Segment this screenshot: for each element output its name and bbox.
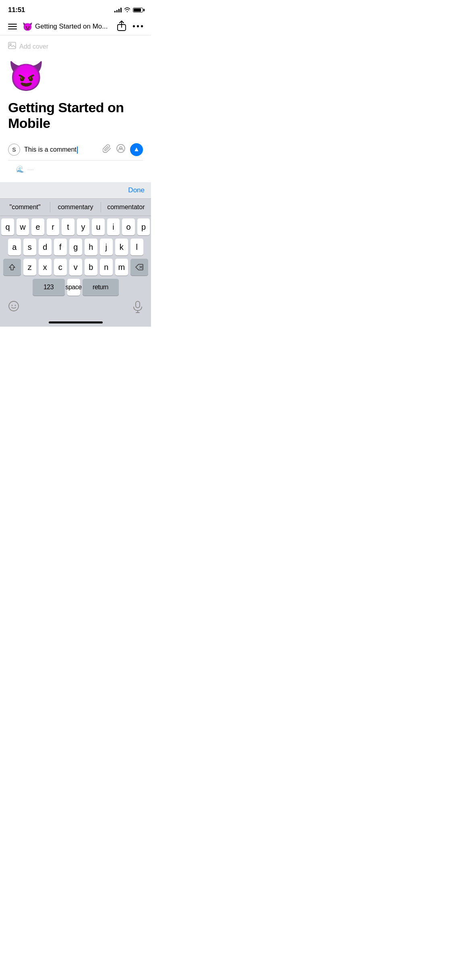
key-e[interactable]: e — [31, 218, 44, 235]
delete-key[interactable] — [130, 259, 148, 276]
status-bar: 11:51 — [0, 0, 151, 18]
below-text: ···· — [27, 166, 34, 173]
keyboard-toolbar: Done — [0, 182, 151, 199]
numbers-key[interactable]: 123 — [33, 279, 65, 296]
key-w[interactable]: w — [17, 218, 29, 235]
predictive-item-2[interactable]: commentary — [50, 202, 101, 212]
keyboard-row-2: a s d f g h j k l — [1, 239, 150, 255]
send-arrow-icon: ▲ — [133, 146, 140, 153]
key-h[interactable]: h — [85, 239, 97, 255]
keyboard-keys: q w e r t y u i o p a s d f g h j k l — [0, 216, 151, 296]
text-cursor — [77, 146, 78, 154]
key-a[interactable]: a — [8, 239, 21, 255]
comment-actions: ▲ — [103, 143, 143, 156]
below-comment-area: 🌊 ···· — [8, 161, 143, 178]
add-cover-label: Add cover — [19, 43, 48, 50]
keyboard-done-button[interactable]: Done — [128, 186, 145, 194]
key-d[interactable]: d — [39, 239, 52, 255]
keyboard-row-1: q w e r t y u i o p — [1, 218, 150, 235]
wave-emoji: 🌊 — [16, 165, 24, 173]
home-indicator — [49, 321, 103, 323]
nav-actions: ••• — [117, 21, 145, 33]
nav-page-title: Getting Started on Mo... — [35, 23, 108, 31]
key-m[interactable]: m — [115, 259, 128, 276]
svg-point-5 — [9, 301, 19, 311]
key-y[interactable]: y — [77, 218, 90, 235]
comment-input-text: This is a comment — [24, 146, 77, 153]
key-z[interactable]: z — [23, 259, 36, 276]
space-key[interactable]: space — [67, 279, 80, 296]
content-area: Add cover 😈 Getting Started on Mobile S … — [0, 35, 151, 184]
key-l[interactable]: l — [130, 239, 143, 255]
svg-rect-8 — [136, 301, 140, 308]
page-title: Getting Started on Mobile — [8, 100, 143, 131]
key-g[interactable]: g — [69, 239, 82, 255]
shift-key[interactable] — [3, 259, 21, 276]
avatar: S — [8, 144, 20, 156]
key-q[interactable]: q — [1, 218, 14, 235]
attach-button[interactable] — [103, 144, 112, 155]
svg-rect-1 — [8, 42, 16, 49]
comment-input-area: S This is a comment ▲ — [8, 139, 143, 161]
svg-point-7 — [15, 305, 16, 306]
key-p[interactable]: p — [137, 218, 150, 235]
key-s[interactable]: s — [23, 239, 36, 255]
key-i[interactable]: i — [107, 218, 120, 235]
key-u[interactable]: u — [92, 218, 105, 235]
key-j[interactable]: j — [100, 239, 113, 255]
comment-text-field[interactable]: This is a comment — [24, 146, 99, 154]
predictive-item-3[interactable]: commentator — [101, 202, 151, 212]
key-k[interactable]: k — [115, 239, 128, 255]
key-x[interactable]: x — [39, 259, 52, 276]
status-time: 11:51 — [8, 6, 25, 14]
more-options-button[interactable]: ••• — [132, 22, 145, 31]
key-f[interactable]: f — [54, 239, 67, 255]
nav-page-emoji: 😈 — [23, 22, 33, 31]
microphone-button[interactable] — [132, 301, 143, 315]
key-v[interactable]: v — [69, 259, 82, 276]
key-c[interactable]: c — [54, 259, 67, 276]
send-button[interactable]: ▲ — [130, 143, 143, 156]
key-t[interactable]: t — [62, 218, 74, 235]
keyboard-section: Done "comment" commentary commentator q … — [0, 182, 151, 327]
share-button[interactable] — [117, 21, 126, 33]
nav-bar: 😈 Getting Started on Mo... ••• — [0, 18, 151, 35]
predictive-text-row: "comment" commentary commentator — [0, 199, 151, 216]
hamburger-menu-button[interactable] — [6, 22, 19, 31]
key-o[interactable]: o — [122, 218, 135, 235]
keyboard-row-3: z x c v b n m — [1, 259, 150, 276]
page-icon-emoji[interactable]: 😈 — [8, 59, 143, 93]
battery-icon — [133, 8, 143, 12]
key-r[interactable]: r — [47, 218, 60, 235]
key-b[interactable]: b — [85, 259, 97, 276]
signal-icon — [114, 8, 122, 12]
nav-title-area: 😈 Getting Started on Mo... — [23, 22, 117, 31]
wifi-icon — [124, 6, 130, 14]
svg-point-6 — [12, 305, 13, 306]
key-n[interactable]: n — [100, 259, 113, 276]
keyboard-row-4: 123 space return — [1, 279, 150, 296]
mention-button[interactable] — [116, 144, 125, 155]
svg-point-4 — [120, 147, 122, 150]
image-icon — [8, 42, 16, 51]
status-icons — [114, 6, 143, 14]
predictive-item-1[interactable]: "comment" — [0, 202, 50, 212]
add-cover-button[interactable]: Add cover — [8, 42, 143, 51]
emoji-keyboard-button[interactable] — [8, 301, 19, 315]
return-key[interactable]: return — [83, 279, 119, 296]
